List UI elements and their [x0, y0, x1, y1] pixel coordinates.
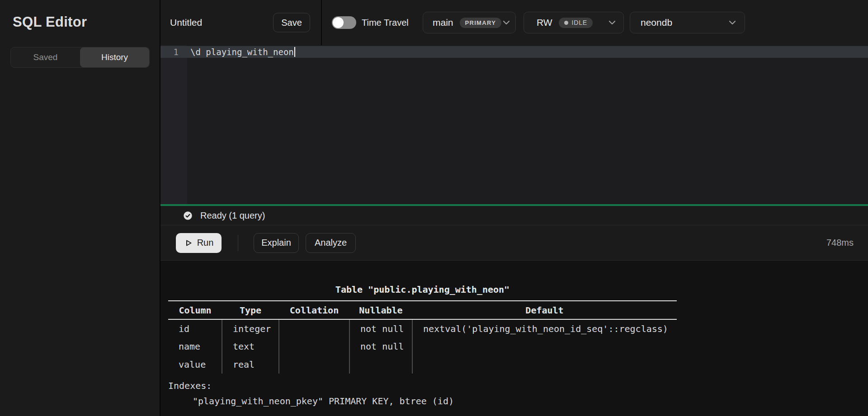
cell: [412, 355, 677, 374]
status-message: Ready (1 query): [200, 210, 265, 221]
time-travel-label: Time Travel: [362, 18, 409, 28]
topbar-divider: [321, 0, 322, 45]
save-button[interactable]: Save: [273, 13, 310, 33]
cell: [279, 355, 349, 374]
indexes-label: Indexes:: [168, 378, 868, 393]
sql-editor-app: SQL Editor Saved History Untitled Save T…: [0, 0, 868, 416]
cell: [412, 337, 677, 355]
tab-saved[interactable]: Saved: [11, 47, 80, 67]
query-title[interactable]: Untitled: [170, 17, 202, 28]
table-row: id integer not null nextval('playing_wit…: [168, 319, 677, 337]
cell: [349, 355, 412, 374]
tab-history[interactable]: History: [80, 47, 149, 67]
primary-badge: PRIMARY: [460, 18, 502, 28]
toggle-knob: [333, 17, 344, 28]
idle-dot-icon: [564, 21, 568, 25]
database-name: neondb: [641, 17, 672, 28]
cell: name: [168, 337, 222, 355]
cell: real: [222, 355, 279, 374]
check-circle-icon: [183, 211, 193, 220]
cell: integer: [222, 319, 279, 337]
col-header: Column: [168, 301, 222, 319]
col-header: Default: [412, 301, 677, 319]
play-icon: [184, 238, 193, 248]
sidebar: SQL Editor Saved History: [0, 0, 160, 416]
table-row: value real: [168, 355, 677, 374]
cell: [279, 337, 349, 355]
cell: value: [168, 355, 222, 374]
col-header: Type: [222, 301, 279, 319]
results-output: Table "public.playing_with_neon" Column …: [160, 261, 868, 416]
cell: not null: [349, 337, 412, 355]
chevron-down-icon: [607, 18, 617, 28]
query-duration: 748ms: [826, 238, 854, 248]
chevron-down-icon: [501, 18, 511, 28]
branch-name: main: [433, 17, 453, 28]
compute-select[interactable]: RW IDLE: [524, 12, 624, 33]
button-divider: [238, 235, 238, 251]
col-header: Nullable: [349, 301, 412, 319]
time-travel-toggle[interactable]: [332, 16, 356, 29]
cell: not null: [349, 319, 412, 337]
code-text: \d playing_with_neon: [190, 47, 294, 57]
index-definition: "playing_with_neon_pkey" PRIMARY KEY, bt…: [168, 393, 868, 409]
editor-gutter: [160, 45, 187, 204]
cell: text: [222, 337, 279, 355]
code-line[interactable]: \d playing_with_neon: [190, 46, 295, 58]
cell: id: [168, 319, 222, 337]
chevron-down-icon: [727, 18, 737, 28]
col-header: Collation: [279, 301, 349, 319]
text-cursor: [294, 47, 295, 57]
saved-history-tabs: Saved History: [10, 47, 150, 68]
page-title: SQL Editor: [13, 14, 160, 30]
table-row: name text not null: [168, 337, 677, 355]
branch-select[interactable]: main PRIMARY: [423, 12, 516, 33]
result-table-title: Table "public.playing_with_neon": [168, 284, 677, 295]
code-editor[interactable]: 1 \d playing_with_neon: [160, 45, 868, 204]
cell: nextval('playing_with_neon_id_seq'::regc…: [412, 319, 677, 337]
topbar: Untitled Save Time Travel main PRIMARY R…: [160, 0, 868, 45]
cell: [279, 319, 349, 337]
result-header-row: Column Type Collation Nullable Default: [168, 301, 677, 319]
line-number: 1: [160, 46, 179, 58]
main-panel: Untitled Save Time Travel main PRIMARY R…: [160, 0, 868, 416]
analyze-button[interactable]: Analyze: [306, 233, 356, 253]
actions-bar: Run Explain Analyze 748ms: [160, 225, 868, 261]
explain-button[interactable]: Explain: [254, 233, 299, 253]
result-table: Column Type Collation Nullable Default i…: [168, 300, 677, 374]
run-button[interactable]: Run: [176, 233, 222, 253]
compute-name: RW: [537, 17, 552, 28]
database-select[interactable]: neondb: [630, 12, 745, 33]
status-bar: Ready (1 query): [160, 206, 868, 225]
compute-status-badge: IDLE: [559, 18, 593, 28]
